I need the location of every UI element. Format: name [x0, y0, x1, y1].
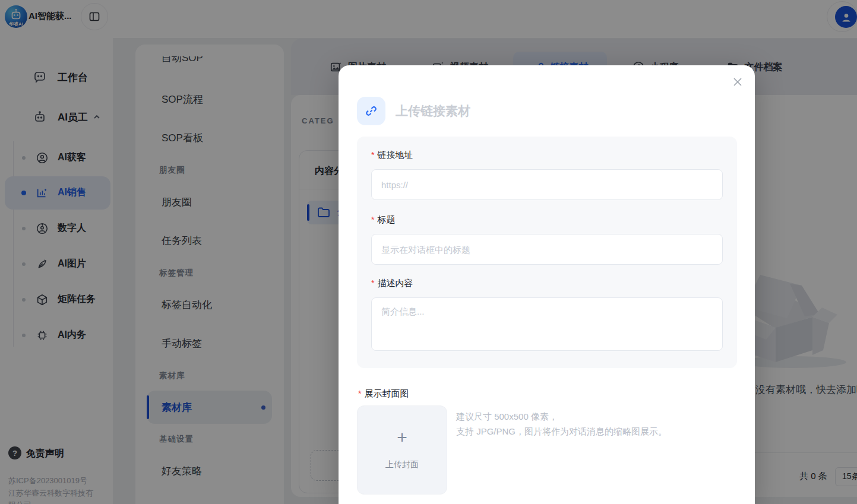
upload-cover-button[interactable]: + 上传封面: [357, 405, 447, 495]
required-asterisk: *: [371, 150, 374, 160]
required-asterisk: *: [371, 215, 374, 224]
link-url-input[interactable]: [371, 169, 723, 200]
field-label-cover-image: *展示封面图: [358, 388, 409, 400]
upload-cover-label: 上传封面: [358, 459, 447, 470]
upload-link-modal: 上传链接素材 *链接地址 *标题 *描述内容 *展示封面图 + 上传封面 建议尺…: [339, 65, 755, 504]
title-input[interactable]: [371, 234, 723, 265]
field-label-link-url: *链接地址: [371, 150, 413, 161]
field-label-title: *标题: [371, 214, 395, 226]
description-textarea[interactable]: [371, 297, 723, 351]
cover-hint-line1: 建议尺寸 500x500 像素，: [456, 411, 558, 423]
field-label-description: *描述内容: [371, 278, 413, 289]
plus-icon: +: [358, 429, 447, 446]
link-icon-chip: [357, 97, 385, 125]
modal-title: 上传链接素材: [396, 103, 470, 119]
form-card: *链接地址 *标题 *描述内容: [357, 137, 737, 368]
cover-hint-line2: 支持 JPG/PNG，图片将作为对话消息的缩略图展示。: [456, 426, 667, 438]
app-window: 华睿AI AI智能获... 工作台: [0, 0, 857, 504]
close-icon[interactable]: [729, 73, 747, 91]
required-asterisk: *: [358, 389, 361, 398]
link-icon: [364, 104, 378, 118]
required-asterisk: *: [371, 278, 374, 288]
